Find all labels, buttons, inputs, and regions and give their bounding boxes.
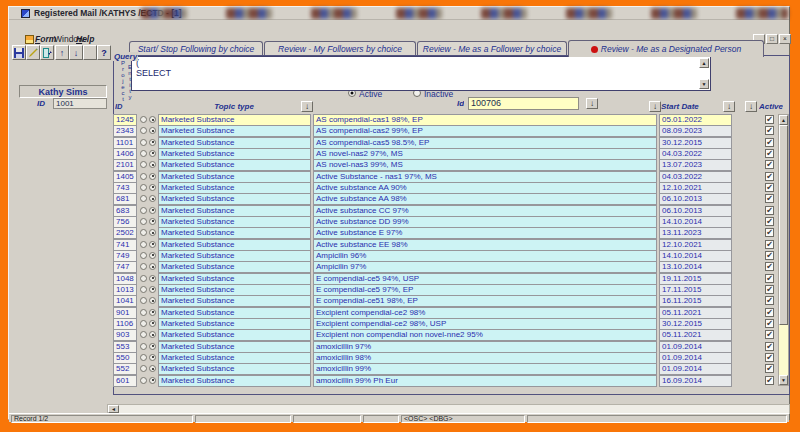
scrollbar-up-arrow[interactable]: ▲ <box>779 115 788 125</box>
row-radio-unselected[interactable] <box>140 286 147 293</box>
row-active-checkbox[interactable]: ✔ <box>765 240 774 249</box>
table-row[interactable]: 683Marketed SubstanceActive substance CC… <box>113 205 790 217</box>
table-row[interactable]: 1405Marketed SubstanceActive Substance -… <box>113 171 790 183</box>
query-scroll-down-button[interactable]: ▼ <box>699 79 709 89</box>
row-active-checkbox[interactable]: ✔ <box>765 251 774 260</box>
table-row[interactable]: 552Marketed Substanceamoxicillin 99%01.0… <box>113 363 790 375</box>
row-radio-unselected[interactable] <box>140 331 147 338</box>
row-radio-selected[interactable] <box>149 139 156 146</box>
row-radio-unselected[interactable] <box>140 195 147 202</box>
row-radio-unselected[interactable] <box>140 309 147 316</box>
scrollbar-thumb[interactable] <box>779 125 788 325</box>
row-radio-selected[interactable] <box>149 343 156 350</box>
row-radio-selected[interactable] <box>149 275 156 282</box>
table-row[interactable]: 2343Marketed SubstanceAS compendial-cas2… <box>113 125 790 137</box>
row-radio-selected[interactable] <box>149 229 156 236</box>
row-radio-selected[interactable] <box>149 365 156 372</box>
table-row[interactable]: 1048Marketed SubstanceE compendial-ce5 9… <box>113 273 790 285</box>
row-active-checkbox[interactable]: ✔ <box>765 138 774 147</box>
row-active-checkbox[interactable]: ✔ <box>765 319 774 328</box>
table-row[interactable]: 1041Marketed SubstanceE compendial-ce51 … <box>113 295 790 307</box>
row-active-checkbox[interactable]: ✔ <box>765 353 774 362</box>
row-radio-selected[interactable] <box>149 127 156 134</box>
row-radio-unselected[interactable] <box>140 377 147 384</box>
tab-review-me-as-follower[interactable]: Review - Me as a Follower by choice <box>417 41 567 56</box>
id-filter-field[interactable]: 100706 <box>468 97 579 110</box>
row-radio-unselected[interactable] <box>140 139 147 146</box>
row-radio-unselected[interactable] <box>140 297 147 304</box>
mdi-restore-button[interactable]: □ <box>766 34 778 44</box>
tab-review-me-as-designated-person[interactable]: Review - Me as a Designated Person <box>568 40 764 57</box>
table-row[interactable]: 901Marketed SubstanceExcipient compendia… <box>113 307 790 319</box>
row-active-checkbox[interactable]: ✔ <box>765 308 774 317</box>
table-row[interactable]: 756Marketed SubstanceActive substance DD… <box>113 216 790 228</box>
row-radio-selected[interactable] <box>149 150 156 157</box>
row-radio-selected[interactable] <box>149 309 156 316</box>
row-radio-unselected[interactable] <box>140 229 147 236</box>
mdi-close-button[interactable]: × <box>779 34 791 44</box>
row-radio-unselected[interactable] <box>140 252 147 259</box>
row-radio-unselected[interactable] <box>140 150 147 157</box>
table-row[interactable]: 1101Marketed SubstanceAS compendial-cas5… <box>113 137 790 149</box>
row-active-checkbox[interactable]: ✔ <box>765 274 774 283</box>
row-radio-selected[interactable] <box>149 354 156 361</box>
row-radio-selected[interactable] <box>149 377 156 384</box>
row-radio-unselected[interactable] <box>140 263 147 270</box>
scroll-down-button[interactable]: ↓ <box>69 45 83 60</box>
sort-topic-button[interactable]: ↓ <box>301 101 313 112</box>
row-radio-selected[interactable] <box>149 218 156 225</box>
scroll-up-button[interactable]: ↑ <box>55 45 69 60</box>
row-radio-unselected[interactable] <box>140 365 147 372</box>
row-radio-unselected[interactable] <box>140 173 147 180</box>
table-row[interactable]: 1245Marketed SubstanceAS compendial-cas1… <box>113 114 790 126</box>
row-radio-selected[interactable] <box>149 161 156 168</box>
row-radio-unselected[interactable] <box>140 354 147 361</box>
table-vertical-scrollbar[interactable]: ▲ ▼ <box>778 114 789 386</box>
row-active-checkbox[interactable]: ✔ <box>765 228 774 237</box>
row-radio-unselected[interactable] <box>140 127 147 134</box>
table-row[interactable]: 553Marketed Substanceamoxicillin 97%01.0… <box>113 341 790 353</box>
help-button[interactable]: ? <box>97 45 111 60</box>
row-radio-selected[interactable] <box>149 241 156 248</box>
row-active-checkbox[interactable]: ✔ <box>765 183 774 192</box>
table-row[interactable]: 747Marketed SubstanceAmpicilin 97%13.10.… <box>113 261 790 273</box>
sort-date-button[interactable]: ↓ <box>723 101 735 112</box>
scrollbar-down-arrow[interactable]: ▼ <box>779 375 788 385</box>
edit-button[interactable] <box>26 45 40 60</box>
row-radio-unselected[interactable] <box>140 343 147 350</box>
tab-review-my-followers[interactable]: Review - My Followers by choice <box>264 41 416 56</box>
row-radio-selected[interactable] <box>149 297 156 304</box>
row-radio-selected[interactable] <box>149 263 156 270</box>
row-active-checkbox[interactable]: ✔ <box>765 342 774 351</box>
row-radio-unselected[interactable] <box>140 241 147 248</box>
table-row[interactable]: 2101Marketed SubstanceAS novel-nas3 99%,… <box>113 159 790 171</box>
row-radio-selected[interactable] <box>149 207 156 214</box>
blank-button[interactable] <box>83 45 97 60</box>
row-radio-selected[interactable] <box>149 331 156 338</box>
row-radio-unselected[interactable] <box>140 161 147 168</box>
exit-button[interactable] <box>40 45 54 60</box>
row-radio-unselected[interactable] <box>140 116 147 123</box>
sort-id-button[interactable]: ↓ <box>586 98 598 109</box>
table-row[interactable]: 601Marketed Substanceamoxicillin 99% Ph … <box>113 375 790 387</box>
row-radio-selected[interactable] <box>149 252 156 259</box>
row-active-checkbox[interactable]: ✔ <box>765 126 774 135</box>
table-row[interactable]: 749Marketed SubstanceAmpicilin 96%14.10.… <box>113 250 790 262</box>
row-active-checkbox[interactable]: ✔ <box>765 172 774 181</box>
row-active-checkbox[interactable]: ✔ <box>765 330 774 339</box>
row-active-checkbox[interactable]: ✔ <box>765 262 774 271</box>
row-active-checkbox[interactable]: ✔ <box>765 206 774 215</box>
save-button[interactable] <box>12 45 26 60</box>
row-radio-unselected[interactable] <box>140 218 147 225</box>
menu-item-help[interactable]: Help <box>76 34 94 44</box>
tab-start-stop-following[interactable]: Start/ Stop Following by choice <box>129 41 263 56</box>
row-active-checkbox[interactable]: ✔ <box>765 296 774 305</box>
table-row[interactable]: 743Marketed SubstanceActive substance AA… <box>113 182 790 194</box>
sort-active-button[interactable]: ↓ <box>745 101 757 112</box>
row-radio-selected[interactable] <box>149 173 156 180</box>
row-active-checkbox[interactable]: ✔ <box>765 217 774 226</box>
table-row[interactable]: 1406Marketed SubstanceAS novel-nas2 97%,… <box>113 148 790 160</box>
table-row[interactable]: 550Marketed Substanceamoxicillin 98%01.0… <box>113 352 790 364</box>
row-radio-selected[interactable] <box>149 320 156 327</box>
row-radio-unselected[interactable] <box>140 275 147 282</box>
